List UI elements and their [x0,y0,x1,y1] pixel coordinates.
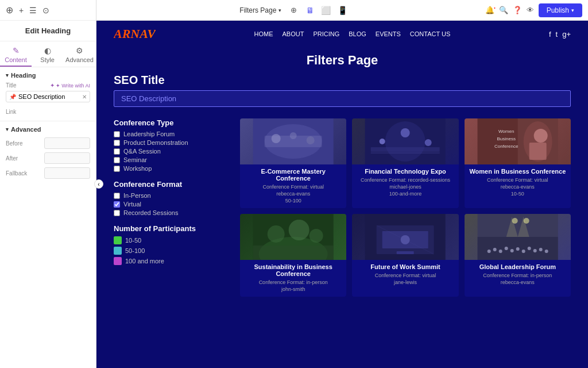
notifications-icon[interactable]: 🔔• [485,6,494,14]
layers-icon[interactable]: ☰ [29,6,37,15]
card-global[interactable]: Global Leadership Forum Conference Forma… [465,214,571,297]
fallback-input[interactable] [44,167,90,179]
conference-type-title: Conference Type [114,118,229,127]
page-settings-icon[interactable]: ⊕ [291,6,297,14]
filter-seminar-checkbox[interactable] [114,157,120,163]
filter-leadership-forum: Leadership Forum [114,131,229,137]
filter-qa-session: Q&A Session [114,148,229,155]
seo-title: SEO Title [114,74,571,87]
heading-section-header: ▾ Heading [6,72,90,79]
desktop-icon[interactable]: 🖥 [306,6,314,15]
site-nav: HOME ABOUT PRICING BLOG EVENTS CONTACT U… [254,30,451,37]
conference-format-title: Conference Format [114,180,229,189]
card-future-author: jane-lewis [357,279,454,285]
card-women[interactable]: Women Business Conference Women in Busin… [465,118,571,208]
page-selector[interactable]: Filters Page ▾ [239,6,281,14]
nav-contact[interactable]: CONTACT US [410,30,451,37]
filter-in-person-label: In-Person [123,192,151,199]
section-collapse-arrow[interactable]: ▾ [6,72,9,78]
nav-blog[interactable]: BLOG [349,30,366,37]
card-women-body: Women in Business Conference Conference … [465,164,571,201]
nav-pricing[interactable]: PRICING [313,30,339,37]
mobile-icon[interactable]: 📱 [338,6,347,15]
filter-seminar-label: Seminar [123,156,147,163]
svg-point-49 [523,218,529,224]
before-field-row: Before [6,137,90,149]
top-bar-right: 🔔• 🔍 ❓ 👁 Publish ▾ [485,3,582,17]
after-field-row: After [6,152,90,164]
tab-advanced[interactable]: ⚙ Advanced [63,41,96,67]
write-ai-button[interactable]: ✦ ✦ Write with AI [50,82,90,89]
filter-workshop-checkbox[interactable] [114,166,120,172]
participants-filter: Number of Participants 10-50 50-100 100 … [114,224,229,265]
filter-product-demo-checkbox[interactable] [114,140,120,146]
conference-type-filter: Conference Type Leadership Forum Product… [114,118,229,172]
participants-100-more: 100 and more [114,257,229,265]
title-input-container: 📌 SEO Description ✕ [6,91,90,102]
card-global-format: Conference Format: in-person [469,273,566,278]
top-bar-center: Filters Page ▾ ⊕ 🖥 ⬜ 📱 [239,6,347,15]
card-financial-title: Financial Technology Expo [357,168,454,175]
filter-qa-session-checkbox[interactable] [114,148,120,155]
facebook-icon[interactable]: f [549,30,551,39]
filter-virtual-checkbox[interactable] [114,201,120,208]
svg-point-38 [504,247,508,250]
advanced-tab-icon: ⚙ [76,46,83,55]
page-selector-chevron: ▾ [278,7,281,13]
card-future[interactable]: Future of Work Summit Conference Format:… [352,214,458,297]
nav-home[interactable]: HOME [254,30,273,37]
page-selector-label: Filters Page [239,6,276,14]
nav-events[interactable]: EVENTS [376,30,401,37]
card-sustainability[interactable]: Sustainability in Business Conference Co… [240,214,346,297]
card-ecommerce[interactable]: E-Commerce Mastery Conference Conference… [240,118,346,208]
search-icon[interactable]: 🔍 [499,6,508,14]
card-future-image [352,214,458,260]
card-ecommerce-participants: 50-100 [245,198,342,204]
card-financial-image [352,118,458,164]
advanced-section-arrow[interactable]: ▾ [6,126,9,132]
tablet-icon[interactable]: ⬜ [321,6,331,15]
filter-in-person-checkbox[interactable] [114,193,120,199]
card-sustainability-title: Sustainability in Business Conference [245,263,342,277]
card-financial-participants: 100-and-more [357,191,454,197]
svg-point-35 [487,250,490,253]
publish-button[interactable]: Publish ▾ [539,3,582,17]
svg-point-16 [533,129,547,143]
tab-content[interactable]: ✎ Content [0,41,32,67]
svg-rect-17 [529,143,546,160]
page-title-bar: Filters Page [96,47,588,74]
help-icon[interactable]: ❓ [513,6,522,14]
filter-recorded-sessions-checkbox[interactable] [114,210,120,216]
link-field-row: Link [6,106,90,116]
card-women-author: rebecca-evans [469,184,566,190]
filter-leadership-forum-checkbox[interactable] [114,131,120,137]
svg-point-25 [310,229,323,243]
settings-icon[interactable]: ⊙ [42,6,49,15]
site-logo: ARNAV [114,26,156,41]
title-input[interactable]: SEO Description [18,93,82,100]
seo-description-box[interactable]: SEO Description [114,90,571,107]
svg-point-39 [510,249,513,252]
card-financial[interactable]: Financial Technology Expo Conference For… [352,118,458,208]
cards-grid: E-Commerce Mastery Conference Conference… [240,118,571,297]
preview-icon[interactable]: 👁 [527,6,534,14]
card-ecommerce-image [240,118,346,164]
after-label: After [6,155,29,162]
gplus-icon[interactable]: g+ [562,30,571,39]
svg-rect-26 [253,246,334,260]
panel-collapse-button[interactable]: ‹ [94,179,103,189]
nav-about[interactable]: ABOUT [283,30,304,37]
twitter-icon[interactable]: t [556,30,558,39]
clear-icon[interactable]: ✕ [82,94,87,100]
card-global-image [465,214,571,260]
svg-point-37 [498,250,502,253]
svg-point-42 [527,247,531,250]
card-sustainability-body: Sustainability in Business Conference Co… [240,260,346,297]
filter-workshop: Workshop [114,165,229,172]
tab-style[interactable]: ◐ Style [32,41,63,67]
after-input[interactable] [44,152,90,164]
participants-50-100-label: 50-100 [125,247,145,254]
before-input[interactable] [44,137,90,149]
add-element-icon[interactable]: + [19,6,24,15]
svg-point-11 [425,139,432,146]
